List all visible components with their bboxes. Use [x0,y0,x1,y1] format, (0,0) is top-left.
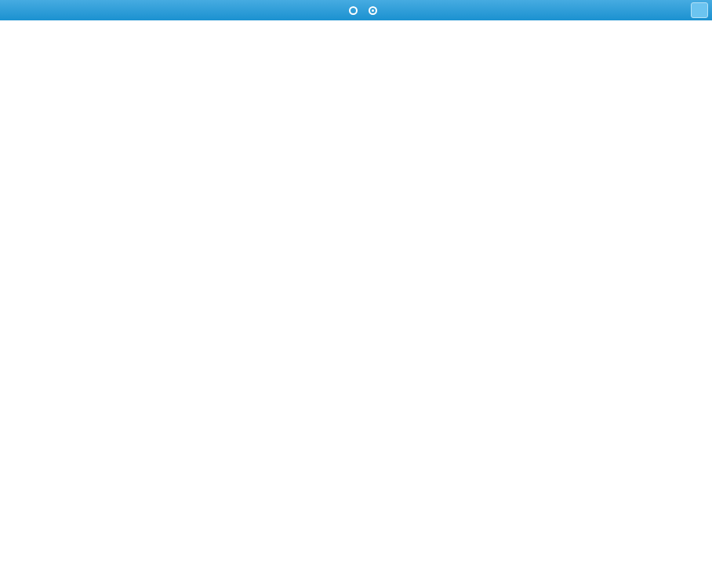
titlebar [0,0,712,20]
radio-unselected-icon [349,6,358,15]
close-button[interactable] [691,2,708,18]
radio-selected-icon [369,6,377,15]
layout-radio-vertical[interactable] [347,6,360,15]
recent-results-dialog [0,0,712,588]
layout-radio-horizontal[interactable] [366,6,380,15]
